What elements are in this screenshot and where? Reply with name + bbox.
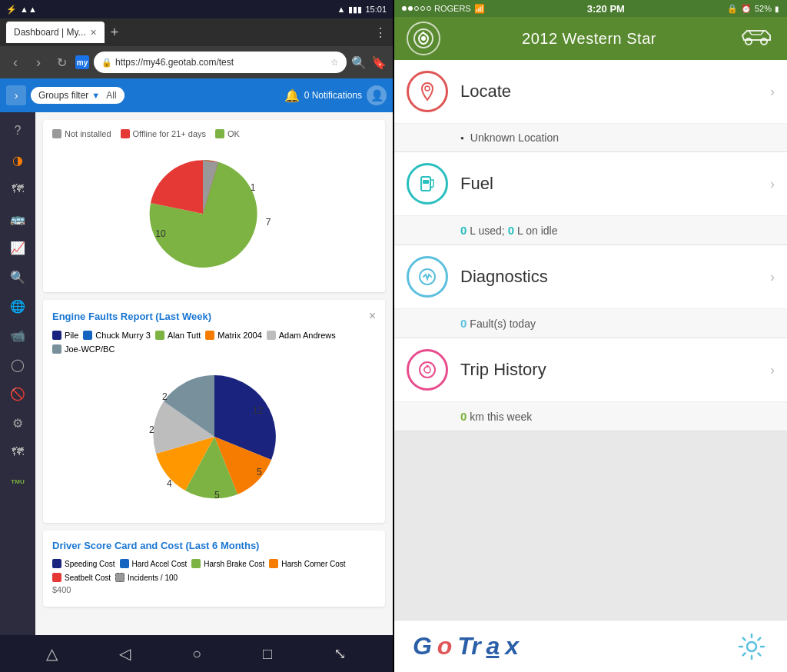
locate-sub-text: Unknown Location [470, 131, 559, 144]
settings-gear-icon[interactable] [735, 630, 769, 664]
wifi-icon: 📶 [474, 4, 485, 14]
legend-seatbelt: Seatbelt Cost [52, 573, 111, 582]
status-right: ▲ ▮▮▮ 15:01 [337, 5, 387, 15]
lock-icon: 🔒 [727, 4, 738, 14]
notification-icon[interactable]: 🔔 [284, 88, 300, 103]
sidebar-item-maps2[interactable]: 🗺 [2, 438, 33, 466]
legend-color-corner [269, 559, 278, 568]
gotrax-logo: G o Tr a x [413, 632, 518, 660]
trip-chevron-icon: › [770, 362, 775, 378]
svg-point-17 [420, 362, 435, 378]
user-avatar[interactable]: 👤 [367, 85, 387, 105]
wifi-icon: ▲ [337, 5, 346, 14]
sidebar-item-search[interactable]: 🔍 [2, 263, 33, 291]
nav-back-button[interactable]: △ [46, 644, 58, 663]
legend-speeding: Speeding Cost [52, 559, 115, 568]
svg-point-13 [425, 86, 430, 91]
legend-label-corner: Harsh Corner Cost [281, 560, 345, 568]
svg-text:12: 12 [253, 405, 264, 416]
locate-title: Locate [460, 82, 758, 101]
fuel-idle-unit: L on idle [517, 225, 557, 237]
legend-label-offline: Offline for 21+ days [133, 129, 207, 138]
sidebar-item-circle[interactable]: ◯ [2, 351, 33, 378]
diag-main-row: Diagnostics › [394, 245, 787, 308]
ios-status-left: ROGERS 📶 [402, 4, 485, 14]
sidebar-nav: ? ◑ 🗺 🚌 📈 🔍 🌐 📹 ◯ 🚫 ⚙ 🗺 TMU [0, 112, 35, 635]
diag-sub-row: 0 Fault(s) today [394, 308, 787, 338]
star-icon[interactable]: ☆ [330, 57, 339, 68]
sidebar-item-map[interactable]: 🗺 [2, 175, 33, 203]
groups-filter-button[interactable]: Groups filter ▼ All [31, 87, 125, 104]
new-tab-button[interactable]: + [111, 25, 119, 41]
sidebar-item-settings[interactable]: ⚙ [2, 409, 33, 437]
logo-o: o [437, 632, 452, 660]
legend-color-offline [121, 129, 130, 138]
signal-icon: ▲▲ [20, 5, 37, 14]
engine-faults-chart-card: Engine Faults Report (Last Week) × Pile … [43, 300, 385, 523]
arrow-icon: › [15, 89, 18, 101]
all-label: All [106, 90, 116, 101]
driver-score-title: Driver Score Card and Cost (Last 6 Month… [52, 540, 259, 551]
y-axis-label: $400 [52, 582, 376, 597]
sidebar-item-camera[interactable]: 📹 [2, 321, 33, 349]
sidebar-item-help[interactable]: ? [2, 117, 33, 145]
fuel-used-unit: L used; [470, 225, 504, 237]
browser-tab-active[interactable]: Dashboard | My... × [6, 22, 105, 43]
sidebar-item-reports[interactable]: ◑ [2, 146, 33, 174]
bookmark-icon[interactable]: 🔖 [371, 55, 387, 70]
nav-circle-button[interactable]: ○ [192, 645, 201, 663]
legend-chuck: Chuck Murry 3 [83, 331, 151, 340]
nav-square-button[interactable]: □ [263, 645, 272, 663]
menu-list: Locate › ● Unknown Location Fuel › [394, 60, 787, 620]
logo-x: x [505, 632, 518, 660]
legend-label-seatbelt: Seatbelt Cost [65, 574, 111, 582]
diag-faults-value: 0 [460, 317, 467, 330]
legend-color-chuck [83, 331, 92, 340]
trip-sub-row: 0 km this week [394, 401, 787, 431]
search-icon[interactable]: 🔍 [351, 55, 367, 70]
driver-score-card: Driver Score Card and Cost (Last 6 Month… [43, 531, 385, 607]
sidebar-item-tmu[interactable]: TMU [2, 467, 33, 495]
sidebar-item-stop[interactable]: 🚫 [2, 380, 33, 408]
fuel-chevron-icon: › [770, 176, 775, 192]
locate-chevron-icon: › [770, 84, 775, 100]
logo-go: G [413, 632, 431, 660]
forward-button[interactable]: › [29, 55, 48, 71]
legend-harsh-brake: Harsh Brake Cost [191, 559, 264, 568]
signal-bars-icon: ▮▮▮ [348, 5, 362, 15]
android-status-bar: ⚡ ▲▲ ▲ ▮▮▮ 15:01 [0, 0, 393, 18]
refresh-button[interactable]: ↻ [52, 55, 71, 70]
legend-color-adam [267, 331, 276, 340]
groups-filter-label: Groups filter [38, 90, 88, 101]
back-button[interactable]: ‹ [6, 55, 25, 71]
svg-text:7: 7 [265, 217, 271, 228]
browser-tabs: Dashboard | My... × + ⋮ [0, 18, 393, 46]
tab-close-button[interactable]: × [91, 26, 97, 38]
menu-item-trip[interactable]: Trip History › 0 km this week [394, 338, 787, 431]
battery-icon: ▮ [775, 5, 779, 13]
app-logo-icon [407, 22, 440, 55]
sidebar-item-globe[interactable]: 🌐 [2, 292, 33, 320]
browser-menu-button[interactable]: ⋮ [374, 25, 387, 40]
svg-point-18 [747, 642, 756, 651]
faults-pie-chart: 12 5 5 4 2 2 [52, 360, 376, 514]
trip-icon-circle [407, 349, 448, 391]
legend-not-installed: Not installed [52, 129, 111, 138]
sidebar-item-vehicles[interactable]: 🚌 [2, 205, 33, 232]
url-input[interactable]: 🔒 https://my46.geotab.com/test ☆ [94, 52, 347, 73]
lock-icon: 🔒 [101, 58, 112, 68]
nav-home-button[interactable]: ◁ [119, 644, 131, 663]
nav-expand-button[interactable]: ⤡ [334, 644, 347, 663]
menu-item-diagnostics[interactable]: Diagnostics › 0 Fault(s) today [394, 245, 787, 338]
expand-button[interactable]: › [6, 85, 26, 105]
status-chart-legend: Not installed Offline for 21+ days OK [52, 129, 376, 138]
ios-status-bar: ROGERS 📶 3:20 PM 🔒 ⏰ 52% ▮ [394, 0, 787, 17]
menu-item-fuel[interactable]: Fuel › 0 L used; 0 L on idle [394, 152, 787, 245]
menu-item-locate[interactable]: Locate › ● Unknown Location [394, 60, 787, 152]
legend-color-speeding [52, 559, 61, 568]
sidebar-item-analytics[interactable]: 📈 [2, 234, 33, 261]
legend-color-pile [52, 331, 61, 340]
android-bottom-nav: △ ◁ ○ □ ⤡ [0, 635, 393, 672]
svg-text:10: 10 [155, 228, 166, 239]
faults-card-close[interactable]: × [369, 309, 376, 323]
